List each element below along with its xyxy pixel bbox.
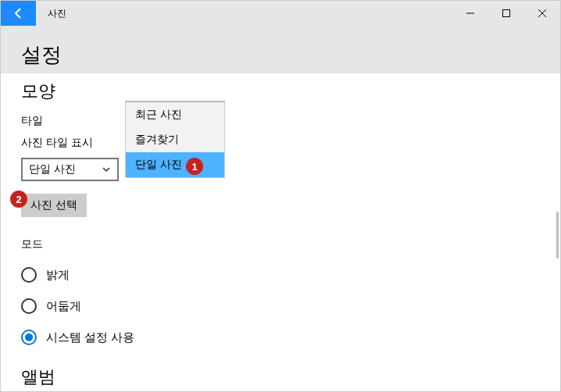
mode-option-light[interactable]: 밝게 bbox=[21, 267, 540, 283]
back-button[interactable] bbox=[1, 1, 36, 26]
dropdown-option-single[interactable]: 단일 사진 bbox=[126, 152, 224, 177]
close-button[interactable] bbox=[524, 1, 560, 26]
maximize-icon bbox=[502, 9, 510, 17]
tile-display-label: 사진 타일 표시 bbox=[21, 136, 540, 150]
svg-rect-1 bbox=[503, 10, 510, 17]
radio-label: 어둡게 bbox=[46, 299, 81, 314]
mode-label: 모드 bbox=[21, 237, 540, 251]
window-controls bbox=[452, 1, 560, 26]
annotation-marker-1: 1 bbox=[186, 158, 203, 175]
maximize-button[interactable] bbox=[488, 1, 524, 26]
titlebar: 사진 bbox=[1, 1, 560, 26]
dropdown-selected-value: 단일 사진 bbox=[29, 162, 76, 176]
radio-icon bbox=[21, 298, 37, 314]
dropdown-flyout: 최근 사진 즐겨찾기 단일 사진 bbox=[125, 101, 225, 178]
close-icon bbox=[538, 9, 546, 17]
content-area: 모양 타일 사진 타일 표시 단일 사진 사진 선택 모드 밝게 어둡게 시스템… bbox=[1, 73, 560, 389]
chevron-down-icon bbox=[102, 165, 111, 174]
dropdown-option-recent[interactable]: 최근 사진 bbox=[126, 102, 224, 127]
tile-label: 타일 bbox=[21, 114, 540, 128]
minimize-button[interactable] bbox=[452, 1, 488, 26]
app-title: 사진 bbox=[48, 7, 66, 20]
mode-option-system[interactable]: 시스템 설정 사용 bbox=[21, 330, 540, 345]
page-title: 설정 bbox=[21, 41, 540, 69]
choose-photo-button[interactable]: 사진 선택 bbox=[21, 194, 87, 217]
album-heading: 앨범 bbox=[21, 365, 540, 389]
page-header: 설정 bbox=[1, 26, 560, 73]
mode-option-dark[interactable]: 어둡게 bbox=[21, 298, 540, 314]
minimize-icon bbox=[466, 9, 474, 17]
arrow-left-icon bbox=[13, 7, 25, 20]
tile-display-dropdown[interactable]: 단일 사진 bbox=[21, 158, 119, 181]
radio-label: 밝게 bbox=[46, 268, 70, 283]
radio-label: 시스템 설정 사용 bbox=[46, 330, 134, 345]
radio-icon-selected bbox=[21, 330, 37, 345]
dropdown-option-favorites[interactable]: 즐겨찾기 bbox=[126, 127, 224, 152]
annotation-marker-2: 2 bbox=[10, 191, 27, 208]
radio-icon bbox=[21, 267, 37, 283]
scrollbar[interactable] bbox=[556, 212, 559, 258]
appearance-heading: 모양 bbox=[21, 80, 540, 103]
